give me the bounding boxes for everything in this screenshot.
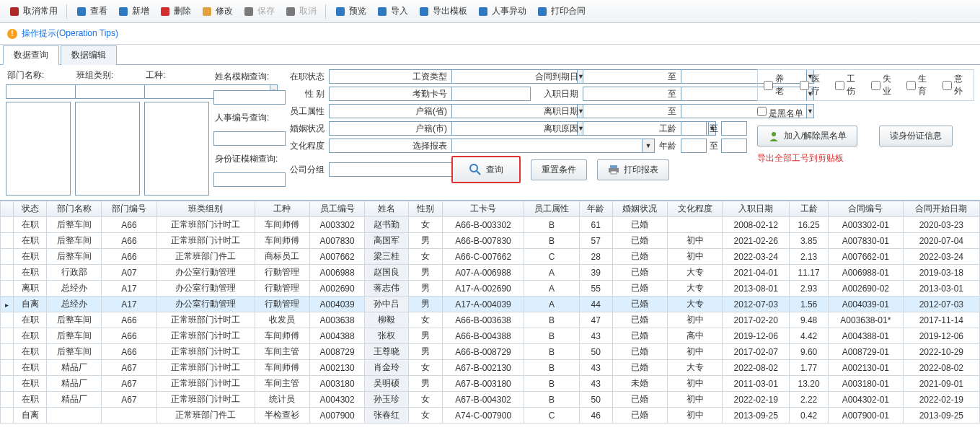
- seniority-from[interactable]: [681, 121, 707, 136]
- to-label-3: 至: [659, 105, 676, 118]
- col-header[interactable]: 工卡号: [442, 201, 524, 217]
- tab-data-edit[interactable]: 数据编辑: [61, 45, 117, 65]
- seniority-label: 工龄: [659, 123, 676, 135]
- report-combo[interactable]: [451, 139, 642, 153]
- age-to[interactable]: [721, 139, 747, 153]
- col-header[interactable]: 婚姻状况: [612, 201, 667, 217]
- col-header[interactable]: 班类组别: [156, 201, 255, 217]
- table-row[interactable]: 在职精品厂A67正常班部门计时工车间师傅A002130肖金玲女A67-B-002…: [1, 360, 980, 376]
- col-header[interactable]: 年龄: [579, 201, 612, 217]
- province-label: 户籍(省): [412, 105, 447, 118]
- col-header[interactable]: 状态: [14, 201, 47, 217]
- filter-panel: 部门名称: ▼ 班组类别: ▼ 工种: ▼ 姓名模糊查询: 人事编号查询: 身份…: [0, 65, 980, 200]
- toolbar-view[interactable]: 查看: [71, 3, 112, 19]
- read-id-button[interactable]: 读身份证信息: [879, 126, 953, 146]
- team-tree[interactable]: [75, 102, 140, 196]
- table-row[interactable]: 自离总经办A17办公室行動管理行動管理A004039孙中吕男A17-A-0040…: [1, 297, 980, 312]
- col-header[interactable]: 工龄: [790, 201, 829, 217]
- col-header[interactable]: 部门名称: [47, 201, 102, 217]
- jobtype-tree[interactable]: [144, 102, 209, 196]
- table-row[interactable]: 自离正常班部门件工半检查衫A007900张春红女A74-C-007900C46已…: [1, 408, 980, 424]
- table-row[interactable]: 在职后整车间A66正常班部门计时工收发员A003638柳毅女A66-B-0036…: [1, 312, 980, 328]
- table-row[interactable]: 离职总经办A17办公室行動管理行動管理A002690蒋志伟男A17-A-0026…: [1, 281, 980, 297]
- col-header[interactable]: [1, 201, 14, 217]
- print-report-button[interactable]: 打印报表: [597, 159, 669, 180]
- edit-icon: [201, 6, 213, 17]
- col-header[interactable]: 入职日期: [723, 201, 790, 217]
- col-header[interactable]: 工种: [255, 201, 309, 217]
- attend-card-label: 考勤卡号: [412, 88, 447, 100]
- toolbar-edit[interactable]: 修改: [197, 3, 237, 19]
- table-row[interactable]: 在职后整车间A66正常班部门件工商标员工A007662梁三桂女A66-C-007…: [1, 249, 980, 265]
- save-icon: [243, 6, 255, 17]
- col-header[interactable]: 文化程度: [668, 201, 723, 217]
- to-label-2: 至: [659, 88, 676, 100]
- add-blacklist-button[interactable]: 加入/解除黑名单: [757, 126, 857, 146]
- tab-data-query[interactable]: 数据查询: [3, 45, 59, 65]
- chk-unemploy[interactable]: 失业: [871, 73, 897, 97]
- svg-rect-8: [378, 7, 387, 16]
- export-tpl-icon: [418, 6, 430, 17]
- age-from[interactable]: [681, 139, 707, 153]
- svg-rect-2: [119, 7, 128, 16]
- chk-injury[interactable]: 工伤: [835, 73, 861, 97]
- dropdown-icon[interactable]: ▼: [642, 139, 655, 153]
- undo-icon: [285, 6, 296, 17]
- svg-rect-0: [10, 7, 19, 16]
- col-header[interactable]: 性别: [409, 201, 442, 217]
- toolbar-delete[interactable]: 删除: [155, 3, 195, 19]
- reset-button[interactable]: 重置条件: [531, 159, 587, 180]
- toolbar-cancel-common[interactable]: 取消常用: [4, 3, 62, 19]
- chk-pension[interactable]: 养老: [764, 73, 790, 97]
- export-all-link[interactable]: 导出全部工号到剪贴板: [757, 152, 844, 164]
- col-header[interactable]: 部门编号: [102, 201, 156, 217]
- toolbar-hr-change[interactable]: 人事异动: [473, 3, 531, 19]
- svg-rect-14: [610, 165, 617, 168]
- svg-rect-6: [286, 7, 295, 16]
- seniority-to[interactable]: [721, 121, 747, 136]
- svg-rect-1: [77, 7, 86, 16]
- toolbar-preview[interactable]: 预览: [330, 3, 371, 19]
- hr-change-icon: [477, 6, 489, 17]
- svg-point-12: [470, 164, 477, 172]
- operation-tips[interactable]: ! 操作提示(Operation Tips): [0, 23, 980, 45]
- query-button[interactable]: 查询: [451, 156, 521, 183]
- toolbar-export-tpl[interactable]: 导出模板: [414, 3, 472, 19]
- col-header[interactable]: 员工属性: [524, 201, 579, 217]
- dept-label: 部门名称:: [6, 69, 71, 82]
- id-fuzzy-input[interactable]: [213, 172, 286, 187]
- col-header[interactable]: 姓名: [365, 201, 409, 217]
- company-group-combo[interactable]: [329, 162, 454, 177]
- leave-reason-label: 离职原因: [535, 123, 578, 135]
- city-label: 户籍(市): [412, 123, 447, 135]
- tab-strip: 数据查询数据编辑: [0, 45, 980, 65]
- name-fuzzy-input[interactable]: [213, 90, 286, 105]
- toolbar-print-contract[interactable]: 打印合同: [532, 3, 590, 19]
- col-header[interactable]: 合同开始日期: [903, 201, 979, 217]
- col-header[interactable]: 员工编号: [310, 201, 365, 217]
- age-label: 年龄: [659, 140, 676, 152]
- table-row[interactable]: 在职后整车间A66正常班部门计时工车间师傅A003302赵书勤女A66-B-00…: [1, 217, 980, 233]
- chk-medical[interactable]: 医疗: [800, 73, 826, 97]
- table-row[interactable]: 在职行政部A07办公室行動管理行動管理A006988赵国良男A07-A-0069…: [1, 265, 980, 281]
- empno-input[interactable]: [213, 131, 286, 146]
- table-row[interactable]: 在职精品厂A67正常班部门计时工车间主管A003180吴明硕男A67-B-003…: [1, 376, 980, 392]
- company-group-label: 公司分组: [290, 164, 325, 176]
- main-toolbar: 取消常用查看新增删除修改保存取消预览导入导出模板人事异动打印合同: [0, 0, 980, 23]
- table-row[interactable]: 在职后整车间A66正常班部门计时工车间师傅A004388张权男A66-B-004…: [1, 328, 980, 344]
- id-fuzzy-label: 身份证模糊查询:: [213, 153, 279, 165]
- toolbar-import[interactable]: 导入: [372, 3, 412, 19]
- svg-rect-11: [538, 7, 547, 16]
- table-row[interactable]: 在职后整车间A66正常班部门计时工车间师傅A007830高国军男A66-B-00…: [1, 233, 980, 249]
- table-row[interactable]: 在职精品厂A67正常班部门计时工统计员A004302孙玉珍女A67-B-0043…: [1, 392, 980, 408]
- chk-birth[interactable]: 生育: [906, 73, 932, 97]
- chk-accident[interactable]: 意外: [943, 73, 968, 97]
- dept-tree[interactable]: [6, 102, 71, 196]
- col-header[interactable]: 合同编号: [828, 201, 903, 217]
- chk-blacklist[interactable]: 是黑名单: [757, 107, 803, 120]
- table-row[interactable]: 在职后整车间A66正常班部门计时工车间主管A008729王尊晓男A66-B-00…: [1, 344, 980, 360]
- svg-rect-7: [336, 7, 345, 16]
- attend-card-input[interactable]: [451, 87, 531, 101]
- preview-icon: [335, 6, 346, 17]
- toolbar-add[interactable]: 新增: [113, 3, 154, 19]
